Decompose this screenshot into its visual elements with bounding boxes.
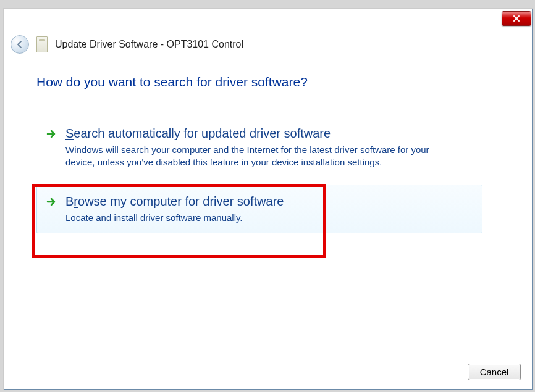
back-arrow-icon	[15, 40, 24, 49]
option-title: Browse my computer for driver software	[65, 194, 468, 209]
page-heading: How do you want to search for driver sof…	[36, 75, 495, 90]
close-button[interactable]	[502, 11, 531, 26]
wizard-window: Update Driver Software - OPT3101 Control…	[4, 9, 533, 390]
option-description: Windows will search your computer and th…	[65, 144, 461, 169]
arrow-right-icon	[46, 196, 57, 207]
window-title: Update Driver Software - OPT3101 Control	[55, 39, 243, 50]
arrow-right-icon	[46, 128, 57, 140]
back-button[interactable]	[11, 35, 29, 54]
cancel-button[interactable]: Cancel	[468, 364, 521, 380]
wizard-header: Update Driver Software - OPT3101 Control	[11, 34, 526, 55]
option-description: Locate and install driver software manua…	[65, 212, 461, 224]
device-icon	[36, 36, 48, 52]
option-browse-computer[interactable]: Browse my computer for driver software L…	[36, 185, 482, 233]
option-title: Search automatically for updated driver …	[65, 126, 468, 141]
close-icon	[512, 15, 521, 22]
option-search-automatically[interactable]: Search automatically for updated driver …	[36, 117, 482, 178]
